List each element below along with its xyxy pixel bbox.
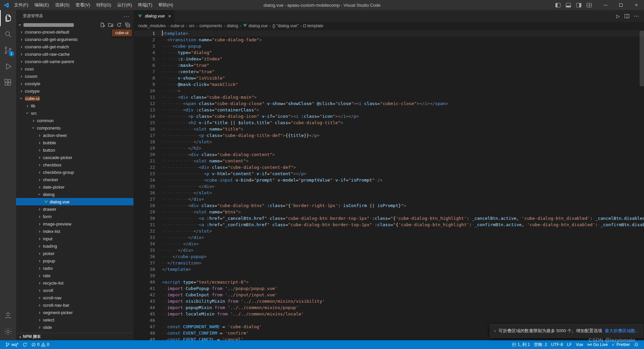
code-line-11[interactable]: 11······<div·class="cube-dialog-main"> bbox=[133, 94, 644, 100]
code-line-1[interactable]: 1<template> bbox=[133, 30, 644, 37]
code-line-40[interactable]: 40<script·type="text/ecmascript-6"> bbox=[133, 279, 644, 285]
code-line-7[interactable]: 7······:center="true" bbox=[133, 68, 644, 75]
code-line-29[interactable]: 29············<slot·name="btns"> bbox=[133, 209, 644, 215]
tree-item-input[interactable]: ›input bbox=[16, 235, 133, 242]
code-line-24[interactable]: 24················<cube-input·v-bind="pr… bbox=[133, 177, 644, 183]
toggle-sidebar-icon[interactable] bbox=[555, 3, 560, 7]
code-line-12[interactable]: 12········<span·class="cube-dialog-close… bbox=[133, 100, 644, 107]
refresh-icon[interactable] bbox=[116, 22, 122, 28]
code-line-14[interactable]: 14··········<p·class="cube-dialog-icon"·… bbox=[133, 113, 644, 119]
code-line-45[interactable]: 45··import·localeMixin·from·'../../commo… bbox=[133, 311, 644, 317]
tree-item-cssnano-util-raw-cache[interactable]: ›cssnano-util-raw-cache bbox=[16, 50, 133, 58]
code-line-36[interactable]: 36····</cube-popup> bbox=[133, 253, 644, 260]
code-line-23[interactable]: 23················<p·v-html="content"·v-… bbox=[133, 170, 644, 177]
code-line-41[interactable]: 41··import·CubePopup·from·'../popup/popu… bbox=[133, 285, 644, 292]
tree-item-cssom[interactable]: ›cssom bbox=[16, 72, 133, 80]
indentation[interactable]: 空格: 2 bbox=[532, 340, 549, 349]
minimize-button[interactable] bbox=[598, 0, 613, 10]
breadcrumb-item[interactable]: dialog bbox=[227, 23, 238, 28]
code-line-42[interactable]: 42··import·CubeInput·from·'../input/inpu… bbox=[133, 292, 644, 298]
branch-indicator[interactable]: wq* bbox=[3, 340, 20, 349]
tree-item-cssnano-util-get-match[interactable]: ›cssnano-util-get-match bbox=[16, 43, 133, 50]
settings-gear-icon[interactable] bbox=[0, 323, 16, 340]
code-line-6[interactable]: 6······:mask="true" bbox=[133, 62, 644, 68]
tree-item-cssnano-util-same-parent[interactable]: ›cssnano-util-same-parent bbox=[16, 58, 133, 65]
breadcrumb-item[interactable]: src bbox=[189, 23, 195, 28]
tree-item-scroll-nav[interactable]: ›scroll-nav bbox=[16, 294, 133, 301]
code-line-27[interactable]: 27··········</div> bbox=[133, 196, 644, 202]
code-editor[interactable]: 1<template>2··<transition·name="cube-dia… bbox=[133, 30, 644, 340]
tree-item-drawer[interactable]: ›drawer bbox=[16, 205, 133, 213]
sync-button[interactable] bbox=[20, 340, 29, 349]
tree-item-date-picker[interactable]: ›date-picker bbox=[16, 183, 133, 191]
tree-item-src[interactable]: ›src bbox=[16, 109, 133, 117]
tree-item-scroll-nav-bar[interactable]: ›scroll-nav-bar bbox=[16, 301, 133, 309]
tree-item-csso[interactable]: ›csso bbox=[16, 65, 133, 72]
code-line-5[interactable]: 5······:z-index="zIndex" bbox=[133, 56, 644, 62]
editor-more-actions-icon[interactable]: ··· bbox=[634, 13, 639, 18]
breadcrumb-item[interactable]: cube-ui bbox=[170, 23, 184, 28]
tree-item-csstype[interactable]: ›csstype bbox=[16, 87, 133, 95]
code-line-25[interactable]: 25··············</div> bbox=[133, 183, 644, 190]
toggle-panel-icon[interactable] bbox=[566, 3, 571, 7]
notification-toast[interactable]: 可折叠区域的数量限制为最多 5000 个。增加配置选项最大折叠区域数... bbox=[490, 324, 643, 338]
menu-item[interactable]: 编辑(E) bbox=[32, 0, 52, 10]
menu-item[interactable]: 查看(V) bbox=[72, 0, 93, 10]
tree-item-cascade-picker[interactable]: ›cascade-picker bbox=[16, 154, 133, 161]
notification-link[interactable]: 最大折叠区域数... bbox=[605, 328, 639, 334]
tree-item-picker[interactable]: ›picker bbox=[16, 250, 133, 257]
workspace-folder-header[interactable]: › bbox=[16, 21, 133, 28]
extensions-icon[interactable] bbox=[0, 74, 16, 91]
new-file-icon[interactable] bbox=[100, 22, 105, 28]
code-line-22[interactable]: 22··············<div·class="cube-dialog-… bbox=[133, 164, 644, 170]
language-mode[interactable]: Vue bbox=[574, 340, 585, 349]
code-line-32[interactable]: 32············</slot> bbox=[133, 228, 644, 234]
code-line-16[interactable]: 16············<slot·name="title"> bbox=[133, 126, 644, 132]
tree-item-checkbox-group[interactable]: ›checkbox-group bbox=[16, 168, 133, 176]
tree-item-bubble[interactable]: ›bubble bbox=[16, 139, 133, 146]
explorer-more-actions-icon[interactable]: ··· bbox=[123, 13, 129, 19]
code-line-26[interactable]: 26············</slot> bbox=[133, 190, 644, 196]
breadcrumb-item[interactable]: template bbox=[303, 23, 323, 28]
menu-item[interactable]: 选择(S) bbox=[52, 0, 72, 10]
toggle-secondary-sidebar-icon[interactable] bbox=[576, 3, 581, 7]
code-line-15[interactable]: 15··········<h2·v-if="title·||·$slots.ti… bbox=[133, 119, 644, 126]
tab-close-icon[interactable]: × bbox=[168, 13, 171, 19]
breadcrumb-item[interactable]: components bbox=[199, 23, 222, 28]
tree-item-form[interactable]: ›form bbox=[16, 213, 133, 220]
tree-item-popup[interactable]: ›popup bbox=[16, 257, 133, 264]
search-icon[interactable] bbox=[0, 26, 16, 42]
npm-scripts-section[interactable]: › NPM 脚本 bbox=[16, 333, 133, 340]
customize-layout-icon[interactable] bbox=[587, 3, 592, 7]
code-line-19[interactable]: 19··········</h2> bbox=[133, 145, 644, 151]
code-line-46[interactable]: 46 bbox=[133, 317, 644, 323]
code-line-35[interactable]: 35······</div> bbox=[133, 247, 644, 253]
code-line-17[interactable]: 17··············<p·class="cube-dialog-ti… bbox=[133, 132, 644, 139]
new-folder-icon[interactable] bbox=[108, 22, 113, 28]
code-line-20[interactable]: 20··········<div·class="cube-dialog-cont… bbox=[133, 151, 644, 158]
code-line-44[interactable]: 44··import·popupMixin·from·'../../common… bbox=[133, 304, 644, 311]
tree-item-dialog.vue[interactable]: dialog.vue bbox=[16, 198, 133, 205]
tree-item-common[interactable]: ›common bbox=[16, 117, 133, 124]
code-line-8[interactable]: 8······v-show="isVisible" bbox=[133, 75, 644, 81]
editor-scrollbar[interactable] bbox=[640, 31, 644, 86]
encoding[interactable]: UTF-8 bbox=[549, 340, 565, 349]
code-line-39[interactable]: 39 bbox=[133, 272, 644, 279]
code-line-38[interactable]: 38</template> bbox=[133, 266, 644, 272]
code-line-13[interactable]: 13········<div·:class="containerClass"> bbox=[133, 107, 644, 113]
run-button[interactable]: ▷ bbox=[616, 13, 620, 19]
tree-item-loading[interactable]: ›loading bbox=[16, 242, 133, 250]
tree-item-lib[interactable]: ›lib bbox=[16, 102, 133, 109]
tree-item-checker[interactable]: ›checker bbox=[16, 176, 133, 183]
tree-item-radio[interactable]: ›radio bbox=[16, 264, 133, 272]
tree-item-index-list[interactable]: ›index-list bbox=[16, 228, 133, 235]
tree-item-components[interactable]: ›components bbox=[16, 124, 133, 132]
tree-item-cube-ui[interactable]: ›cube-ui bbox=[16, 95, 133, 102]
source-control-icon[interactable]: 1 bbox=[0, 42, 16, 58]
code-line-18[interactable]: 18············</slot> bbox=[133, 139, 644, 145]
code-line-4[interactable]: 4······type="dialog" bbox=[133, 49, 644, 56]
tree-item-cssstyle[interactable]: ›cssstyle bbox=[16, 80, 133, 87]
code-line-28[interactable]: 28··········<div·class="cube-dialog-btns… bbox=[133, 202, 644, 209]
maximize-button[interactable] bbox=[613, 0, 629, 10]
menu-item[interactable]: 终端(T) bbox=[135, 0, 155, 10]
